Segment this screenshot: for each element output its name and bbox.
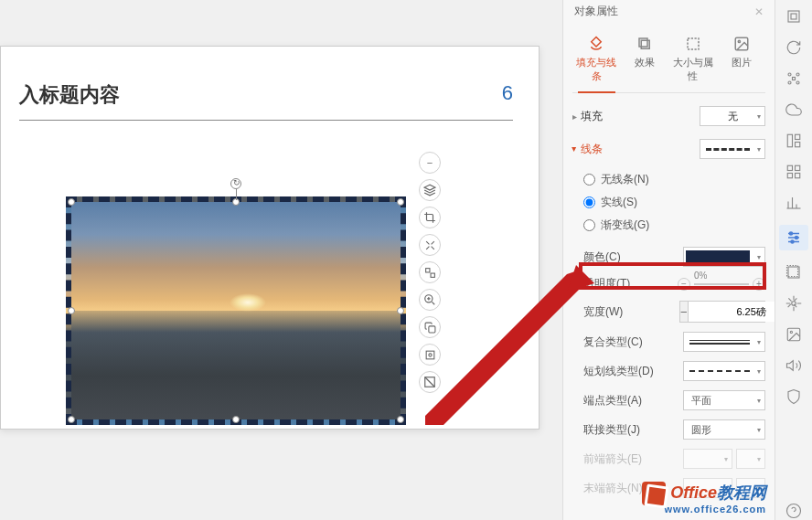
select-icon[interactable] [785, 69, 803, 88]
svg-rect-28 [796, 174, 800, 178]
svg-rect-22 [787, 134, 792, 147]
settings-icon[interactable] [419, 344, 441, 366]
style-icon[interactable] [785, 7, 803, 26]
zoom-icon[interactable] [419, 289, 441, 311]
compound-row: 复合类型(C) ▾ [572, 327, 765, 356]
sound-icon[interactable] [785, 356, 803, 375]
radio-input[interactable] [583, 219, 595, 231]
width-decrease[interactable]: − [680, 302, 688, 322]
increase-icon[interactable]: + [753, 278, 765, 291]
section-label: 填充 [581, 110, 603, 122]
selected-image[interactable] [66, 196, 406, 425]
color-picker[interactable]: ▾ [683, 247, 765, 267]
watermark: Office教程网 www.office26.com [642, 482, 766, 515]
crop-icon[interactable] [419, 207, 441, 228]
svg-rect-6 [428, 325, 434, 332]
panel-title: 对象属性 [574, 4, 618, 19]
svg-rect-16 [791, 14, 796, 19]
image-floating-toolbar: − [419, 152, 443, 393]
gear-icon[interactable] [785, 294, 803, 313]
tab-fill-line[interactable]: 填充与线条 [572, 30, 621, 92]
join-select[interactable]: 圆形 ▾ [683, 419, 765, 440]
animation-icon[interactable] [785, 263, 803, 281]
dash-select[interactable]: ▾ [683, 361, 765, 381]
prop-label: 短划线类型(D) [583, 364, 654, 379]
tab-effects[interactable]: 效果 [621, 30, 669, 92]
radio-input[interactable] [583, 174, 595, 186]
tab-label: 大小与属性 [673, 57, 713, 81]
svg-rect-0 [425, 268, 429, 271]
radio-input[interactable] [583, 196, 595, 208]
rotate-connector [236, 189, 237, 200]
resize-handle-tl[interactable] [68, 198, 75, 206]
svg-rect-25 [787, 165, 792, 170]
contrast-icon[interactable] [419, 371, 441, 393]
svg-rect-15 [788, 11, 799, 22]
opacity-value: 0% [694, 271, 707, 281]
resize-handle-tr[interactable] [397, 198, 404, 206]
radio-label: 无线条(N) [601, 172, 649, 187]
join-row: 联接类型(J) 圆形 ▾ [572, 415, 765, 444]
replace-icon[interactable] [419, 261, 441, 283]
cloud-icon[interactable] [785, 101, 803, 119]
prop-label: 联接类型(J) [583, 422, 640, 438]
resize-handle-bm[interactable] [232, 416, 240, 423]
fill-value: 无 [728, 110, 738, 123]
svg-rect-21 [793, 78, 796, 80]
svg-point-8 [428, 353, 431, 356]
slide-title-placeholder[interactable]: 入标题内容 [19, 81, 120, 109]
watermark-text1: Office [670, 483, 717, 502]
prop-label: 宽度(W) [583, 304, 623, 320]
svg-point-36 [790, 232, 793, 235]
layers-icon[interactable] [419, 179, 441, 201]
prop-label: 颜色(C) [583, 249, 621, 265]
close-icon[interactable]: ✕ [754, 5, 764, 18]
svg-point-44 [787, 504, 801, 518]
refresh-icon[interactable] [785, 38, 803, 57]
slider-track[interactable]: 0% [694, 283, 749, 285]
radio-label: 实线(S) [601, 195, 637, 210]
decrease-icon[interactable]: − [678, 278, 690, 291]
prop-label: 端点类型(A) [583, 393, 642, 409]
svg-rect-12 [688, 38, 699, 49]
tab-picture[interactable]: 图片 [717, 30, 765, 92]
color-row: 颜色(C) ▾ [572, 242, 765, 271]
line-section: ▸线条 ▾ 无线条(N) 实线(S) 渐变线(G) 颜色(C) [572, 139, 765, 503]
arrow-start-row: 前端箭头(E) ▾ ▾ [572, 444, 765, 473]
resize-handle-bl[interactable] [68, 416, 75, 423]
chart-icon[interactable] [785, 194, 803, 212]
radio-gradient-line[interactable]: 渐变线(G) [583, 214, 765, 237]
width-stepper[interactable]: − + [679, 301, 765, 323]
line-style-select[interactable]: ▾ [700, 139, 765, 159]
layout-icon[interactable] [785, 132, 803, 150]
tab-label: 效果 [635, 57, 655, 68]
radio-no-line[interactable]: 无线条(N) [583, 168, 765, 191]
grid-icon[interactable] [785, 163, 803, 181]
cap-select[interactable]: 平面 ▾ [683, 390, 765, 410]
expand-icon[interactable] [419, 234, 441, 256]
slide: 入标题内容 6 [0, 46, 540, 430]
shield-icon[interactable] [785, 387, 803, 406]
copy-icon[interactable] [419, 316, 441, 338]
radio-solid-line[interactable]: 实线(S) [583, 191, 765, 214]
fill-type-select[interactable]: 无 ▾ [700, 106, 765, 126]
resize-handle-mr[interactable] [397, 307, 404, 314]
svg-rect-26 [796, 165, 800, 170]
rotate-handle[interactable] [230, 178, 241, 189]
opacity-slider[interactable]: − 0% + [678, 278, 765, 291]
image-content [71, 311, 401, 419]
svg-point-38 [791, 240, 794, 243]
minus-icon[interactable]: − [419, 152, 441, 174]
resize-handle-ml[interactable] [68, 307, 75, 314]
line-section-header[interactable]: ▸线条 ▾ [572, 139, 765, 159]
tab-size-props[interactable]: 大小与属性 [669, 30, 718, 92]
compound-select[interactable]: ▾ [683, 332, 765, 352]
properties-icon[interactable] [779, 225, 808, 250]
svg-rect-27 [787, 174, 792, 178]
fill-section-header[interactable]: ▸填充 无 ▾ [572, 106, 765, 126]
tab-label: 填充与线条 [576, 57, 616, 81]
help-icon[interactable] [785, 502, 803, 520]
image-icon[interactable] [785, 325, 803, 344]
resize-handle-br[interactable] [397, 416, 404, 423]
width-row: 宽度(W) − + [572, 296, 765, 327]
